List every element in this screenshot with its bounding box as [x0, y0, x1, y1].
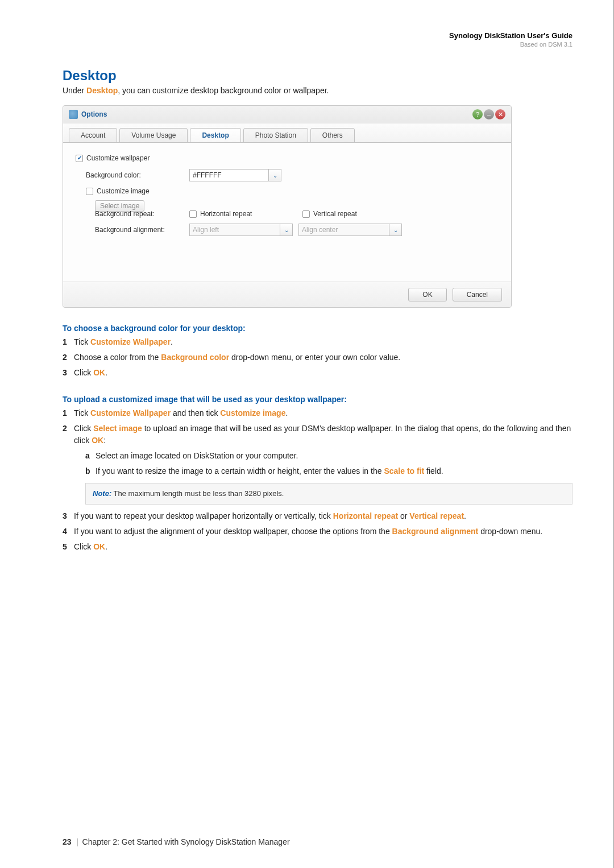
options-dialog: Options ? – ✕ Account Volume Usage Deskt… [63, 105, 512, 308]
tab-volume-usage[interactable]: Volume Usage [119, 128, 188, 142]
inst2-step3: If you want to repeat your desktop wallp… [63, 510, 572, 522]
inst2-step4: If you want to adjust the alignment of y… [63, 526, 572, 538]
label-customize-image: Customize image [97, 187, 150, 195]
dropdown-align-h[interactable]: ⌄ [280, 224, 293, 236]
section-intro: Under Desktop, you can customize desktop… [63, 86, 572, 95]
instruction-heading-1: To choose a background color for your de… [63, 324, 572, 333]
tab-account[interactable]: Account [69, 128, 117, 142]
dialog-body: ✔ Customize wallpaper Background color: … [63, 142, 511, 282]
doc-title: Synology DiskStation User's Guide [63, 31, 572, 40]
input-bg-color[interactable]: #FFFFFF [189, 169, 269, 181]
dropdown-align-v[interactable]: ⌄ [389, 224, 402, 236]
page-number: 23 [63, 837, 72, 846]
label-h-repeat: Horizontal repeat [200, 210, 302, 218]
dialog-titlebar: Options ? – ✕ [63, 106, 511, 123]
options-icon [69, 110, 78, 119]
tab-photo-station[interactable]: Photo Station [243, 128, 308, 142]
inst2-step2-sub: Select an image located on DiskStation o… [74, 450, 572, 477]
page-header: Synology DiskStation User's Guide Based … [63, 31, 572, 48]
inst1-step2: Choose a color from the Background color… [63, 352, 572, 363]
tab-others[interactable]: Others [310, 128, 355, 142]
label-bg-color: Background color: [76, 171, 189, 179]
inst1-step3: Click OK. [63, 367, 572, 379]
checkbox-customize-image[interactable] [86, 188, 93, 195]
dialog-title: Options [81, 110, 107, 118]
instruction-heading-2: To upload a customized image that will b… [63, 395, 572, 404]
checkbox-v-repeat[interactable] [302, 210, 310, 218]
ok-button[interactable]: OK [408, 288, 446, 301]
checkbox-customize-wallpaper[interactable]: ✔ [76, 155, 83, 162]
label-bg-repeat: Background repeat: [76, 210, 189, 218]
select-align-v[interactable]: Align center [298, 224, 389, 236]
instruction-list-1: Tick Customize Wallpaper. Choose a color… [63, 336, 572, 379]
page-footer: 23Chapter 2: Get Started with Synology D… [63, 837, 290, 846]
cancel-button[interactable]: Cancel [453, 288, 502, 301]
select-align-h[interactable]: Align left [189, 224, 280, 236]
instruction-list-2: Tick Customize Wallpaper and then tick C… [63, 407, 572, 553]
inst2-step2: Click Select image to upload an image th… [63, 423, 572, 505]
chapter-label: Chapter 2: Get Started with Synology Dis… [82, 837, 290, 846]
label-bg-alignment: Background alignment: [76, 226, 189, 234]
inst2-step1: Tick Customize Wallpaper and then tick C… [63, 407, 572, 419]
minimize-icon[interactable]: – [484, 109, 494, 119]
inst1-step1: Tick Customize Wallpaper. [63, 336, 572, 348]
checkbox-h-repeat[interactable] [189, 210, 197, 218]
section-title: Desktop [63, 68, 572, 84]
dialog-footer: OK Cancel [63, 282, 511, 307]
inst2-step2b: If you want to resize the image to a cer… [85, 465, 572, 477]
inst2-step5: Click OK. [63, 541, 572, 553]
tabs: Account Volume Usage Desktop Photo Stati… [63, 123, 511, 142]
note-box: Note: The maximum length must be less th… [85, 483, 572, 505]
tab-desktop[interactable]: Desktop [190, 128, 240, 142]
help-icon[interactable]: ? [472, 109, 483, 119]
inst2-step2a: Select an image located on DiskStation o… [85, 450, 572, 462]
label-v-repeat: Vertical repeat [313, 210, 357, 218]
dropdown-bg-color[interactable]: ⌄ [269, 169, 281, 181]
doc-subtitle: Based on DSM 3.1 [63, 41, 572, 48]
label-customize-wallpaper: Customize wallpaper [86, 154, 150, 162]
close-icon[interactable]: ✕ [495, 109, 505, 119]
